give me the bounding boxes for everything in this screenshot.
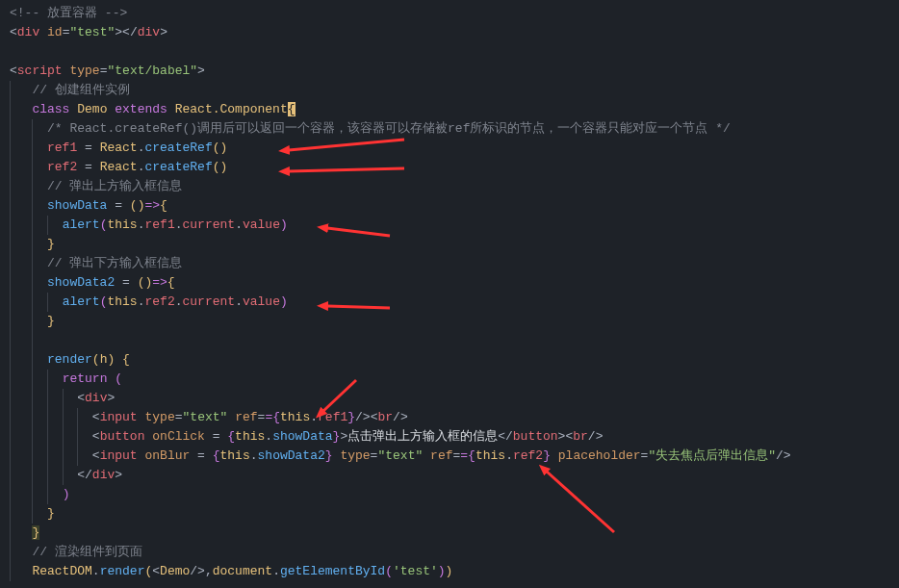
code-line: } xyxy=(10,235,899,254)
code-line: class Demo extends React.Component{ xyxy=(10,100,899,119)
code-line: ref1 = React.createRef() xyxy=(10,139,899,158)
code-line: /* React.createRef()调用后可以返回一个容器，该容器可以存储被… xyxy=(10,119,899,139)
code-line: // 创建组件实例 xyxy=(10,81,899,100)
code-line: ReactDOM.render(<Demo/>,document.getElem… xyxy=(10,562,899,581)
code-line: alert(this.ref1.current.value) xyxy=(10,216,899,235)
code-line: render(h) { xyxy=(10,350,899,370)
code-line: // 弹出上方输入框信息 xyxy=(10,177,899,196)
code-line: <!-- 放置容器 --> xyxy=(10,4,899,23)
code-line: } xyxy=(10,524,899,543)
code-line: ) xyxy=(10,485,899,504)
code-line xyxy=(10,42,899,62)
code-line: } xyxy=(10,312,899,331)
code-editor[interactable]: <!-- 放置容器 --> <div id="test"></div> <scr… xyxy=(0,0,899,581)
code-line: <div id="test"></div> xyxy=(10,23,899,42)
code-line: showData2 = ()=>{ xyxy=(10,273,899,293)
code-line: alert(this.ref2.current.value) xyxy=(10,293,899,312)
code-line: <div> xyxy=(10,389,899,408)
code-line: </div> xyxy=(10,466,899,485)
code-line: return ( xyxy=(10,370,899,389)
code-line: <button onClick = {this.showData}>点击弹出上方… xyxy=(10,427,899,447)
code-line: showData = ()=>{ xyxy=(10,196,899,216)
code-line: <script type="text/babel"> xyxy=(10,62,899,81)
code-line xyxy=(10,331,899,350)
code-line: } xyxy=(10,504,899,524)
code-line: <input type="text" ref=={this.ref1}/><br… xyxy=(10,408,899,427)
code-line: <input onBlur = {this.showData2} type="t… xyxy=(10,447,899,466)
code-line: ref2 = React.createRef() xyxy=(10,158,899,177)
code-line: // 弹出下方输入框信息 xyxy=(10,254,899,273)
code-line: // 渲染组件到页面 xyxy=(10,543,899,562)
